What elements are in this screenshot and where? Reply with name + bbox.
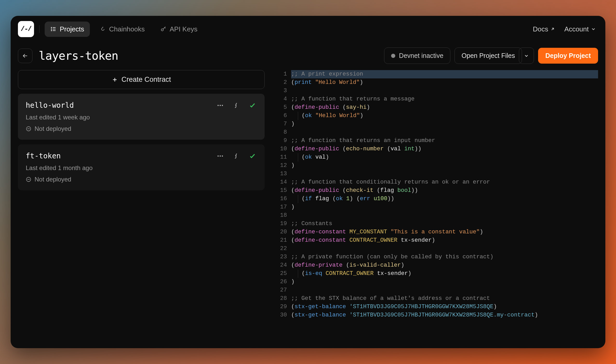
create-contract-button[interactable]: Create Contract	[18, 70, 265, 89]
deploy-project-button[interactable]: Deploy Project	[538, 48, 598, 64]
button-label: Open Project Files	[461, 52, 515, 59]
last-edited: Last edited 1 month ago	[26, 164, 257, 172]
external-link-icon	[550, 27, 555, 31]
list-icon	[50, 26, 57, 32]
last-edited: Last edited 1 week ago	[26, 114, 257, 121]
back-button[interactable]	[18, 49, 32, 63]
app-window: /-/ Projects Chainhooks API Keys Docs	[11, 16, 605, 348]
nav-account[interactable]: Account	[564, 25, 596, 33]
contract-card[interactable]: hello-world Last edited 1 week ago Not d…	[18, 94, 265, 140]
svg-point-12	[218, 155, 219, 157]
button-label: Deploy Project	[545, 52, 591, 59]
devnet-status[interactable]: Devnet inactive	[384, 48, 450, 64]
nav-chainhooks[interactable]: Chainhooks	[94, 22, 150, 37]
page-title: layers-token	[39, 49, 118, 62]
topbar-right: Docs Account	[533, 25, 598, 33]
deploy-status: Not deployed	[26, 125, 257, 132]
status-dot-icon	[391, 54, 395, 58]
code-editor[interactable]: 1234567891011121314151617181920212223242…	[273, 70, 598, 341]
main-area: Create Contract hello-world Last edited …	[11, 70, 605, 348]
contracts-sidebar: Create Contract hello-world Last edited …	[18, 70, 265, 341]
nav-docs[interactable]: Docs	[533, 25, 555, 33]
chainhooks-icon	[100, 26, 106, 32]
devnet-label: Devnet inactive	[399, 52, 443, 59]
nav-label: Account	[564, 25, 589, 33]
logo[interactable]: /-/	[18, 21, 34, 37]
sub-header: layers-token Devnet inactive Open Projec…	[11, 42, 605, 70]
divider	[39, 25, 39, 33]
function-icon[interactable]	[232, 102, 241, 109]
svg-point-9	[222, 105, 223, 106]
nav-label: Chainhooks	[109, 25, 145, 33]
nav-label: API Keys	[170, 25, 197, 33]
nav-projects[interactable]: Projects	[45, 22, 90, 37]
editor-code[interactable]: ;; A print expression(print "Hello World…	[291, 70, 598, 341]
key-icon	[160, 26, 166, 32]
check-icon	[248, 152, 257, 160]
more-icon[interactable]	[216, 102, 225, 109]
function-icon[interactable]	[232, 153, 241, 159]
more-icon[interactable]	[216, 152, 225, 160]
open-project-files-menu[interactable]	[519, 48, 534, 64]
svg-point-8	[220, 105, 221, 106]
header-actions: Devnet inactive Open Project Files Deplo…	[384, 48, 598, 64]
svg-point-14	[222, 155, 223, 157]
button-label: Create Contract	[122, 76, 171, 84]
plus-icon	[112, 77, 118, 83]
svg-point-13	[220, 155, 221, 157]
nav-label: Docs	[533, 25, 548, 33]
topbar: /-/ Projects Chainhooks API Keys Docs	[11, 16, 605, 42]
contract-card[interactable]: ft-token Last edited 1 month ago Not dep…	[18, 144, 265, 190]
nav-label: Projects	[60, 25, 84, 33]
svg-point-4	[51, 30, 52, 31]
contract-name: hello-world	[26, 101, 209, 110]
nav-api-keys[interactable]: API Keys	[155, 22, 203, 37]
contract-name: ft-token	[26, 152, 209, 160]
svg-point-2	[51, 29, 52, 29]
svg-point-0	[51, 27, 52, 28]
svg-point-7	[218, 105, 219, 106]
check-icon	[248, 102, 257, 109]
chevron-down-icon	[524, 53, 529, 58]
chevron-down-icon	[591, 26, 596, 32]
editor-gutter: 1234567891011121314151617181920212223242…	[273, 70, 291, 341]
open-project-files-button[interactable]: Open Project Files	[454, 48, 522, 64]
svg-point-6	[161, 29, 163, 31]
deploy-status: Not deployed	[26, 176, 257, 183]
